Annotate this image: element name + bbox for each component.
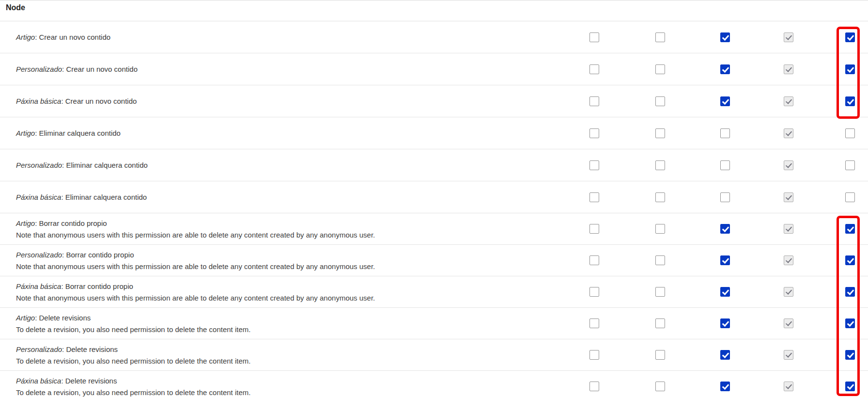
permission-action: : Eliminar calquera contido: [61, 193, 147, 201]
checkbox-role-3[interactable]: [720, 32, 730, 42]
checkbox-role-3[interactable]: [720, 350, 730, 360]
checkbox-role-1[interactable]: [589, 287, 599, 297]
checkbox-role-2[interactable]: [655, 64, 665, 74]
checkbox-role-2[interactable]: [655, 382, 665, 391]
checkbox-role-2[interactable]: [655, 287, 665, 297]
checkbox-role-5[interactable]: [845, 192, 855, 202]
permission-label: Personalizado: Eliminar calquera contido: [0, 159, 553, 171]
checkbox-role-3[interactable]: [720, 255, 730, 265]
checkbox-role-4-disabled: [784, 350, 793, 360]
checkbox-role-4-disabled: [784, 224, 793, 234]
permission-action: : Crear un novo contido: [61, 97, 137, 105]
permission-label: Personalizado: Crear un novo contido: [0, 64, 553, 75]
checkbox-role-5[interactable]: [845, 287, 855, 297]
permission-action: : Eliminar calquera contido: [35, 129, 121, 137]
permission-description: Note that anonymous users with this perm…: [16, 261, 553, 272]
checkbox-role-5[interactable]: [845, 96, 855, 106]
content-type-name: Artigo: [16, 129, 35, 137]
permission-label: Páxina básica: Crear un novo contido: [0, 96, 553, 107]
permission-row: Artigo: Borrar contido propio Note that …: [0, 213, 868, 245]
checkbox-role-5[interactable]: [845, 255, 855, 265]
permission-action: : Crear un novo contido: [62, 65, 138, 73]
content-type-name: Personalizado: [16, 161, 62, 169]
checkbox-role-5[interactable]: [845, 64, 855, 74]
checkbox-role-4-disabled: [784, 32, 793, 42]
permission-row: Páxina básica: Delete revisions To delet…: [0, 371, 868, 398]
permission-label: Artigo: Delete revisions To delete a rev…: [0, 312, 553, 335]
permission-row: Páxina básica: Eliminar calquera contido: [0, 181, 868, 213]
checkbox-role-4-disabled: [784, 382, 793, 391]
checkbox-role-2[interactable]: [655, 318, 665, 328]
permission-action: : Crear un novo contido: [35, 33, 110, 41]
checkbox-role-1[interactable]: [589, 96, 599, 106]
permission-description: Note that anonymous users with this perm…: [16, 292, 553, 304]
permission-label: Artigo: Borrar contido propio Note that …: [0, 218, 553, 241]
content-type-name: Personalizado: [16, 65, 62, 73]
checkbox-role-3[interactable]: [720, 64, 730, 74]
checkbox-role-4-disabled: [784, 255, 793, 265]
permission-label: Artigo: Crear un novo contido: [0, 32, 553, 43]
checkbox-role-3[interactable]: [720, 287, 730, 297]
checkbox-role-1[interactable]: [589, 350, 599, 360]
checkbox-role-4-disabled: [784, 160, 793, 170]
permission-row: Artigo: Crear un novo contido: [0, 21, 868, 53]
permission-row: Páxina básica: Borrar contido propio Not…: [0, 276, 868, 308]
checkbox-role-5[interactable]: [845, 32, 855, 42]
checkbox-role-3[interactable]: [720, 128, 730, 138]
checkbox-role-5[interactable]: [845, 160, 855, 170]
checkbox-role-1[interactable]: [589, 255, 599, 265]
checkbox-role-2[interactable]: [655, 192, 665, 202]
permission-description: To delete a revision, you also need perm…: [16, 324, 553, 335]
checkbox-role-3[interactable]: [720, 192, 730, 202]
checkbox-role-3[interactable]: [720, 382, 730, 391]
checkbox-role-5[interactable]: [845, 224, 855, 234]
checkbox-role-4-disabled: [784, 192, 793, 202]
checkbox-role-3[interactable]: [720, 224, 730, 234]
permission-action: : Borrar contido propio: [35, 219, 107, 227]
permissions-table: Node Artigo: Crear un novo contido Perso…: [0, 0, 868, 398]
checkbox-role-5[interactable]: [845, 128, 855, 138]
permission-action: : Borrar contido propio: [62, 251, 134, 259]
permission-action: : Delete revisions: [35, 314, 91, 322]
checkbox-role-2[interactable]: [655, 128, 665, 138]
checkbox-role-1[interactable]: [589, 160, 599, 170]
content-type-name: Páxina básica: [16, 193, 61, 201]
checkbox-role-2[interactable]: [655, 255, 665, 265]
checkbox-role-2[interactable]: [655, 32, 665, 42]
permission-row: Artigo: Eliminar calquera contido: [0, 117, 868, 149]
checkbox-role-5[interactable]: [845, 350, 855, 360]
content-type-name: Personalizado: [16, 345, 62, 353]
checkbox-role-2[interactable]: [655, 350, 665, 360]
checkbox-role-5[interactable]: [845, 382, 855, 391]
permission-description: To delete a revision, you also need perm…: [16, 355, 553, 367]
permission-label: Páxina básica: Delete revisions To delet…: [0, 375, 553, 398]
checkbox-role-4-disabled: [784, 287, 793, 297]
content-type-name: Páxina básica: [16, 97, 61, 105]
permission-row: Personalizado: Crear un novo contido: [0, 53, 868, 85]
checkbox-role-1[interactable]: [589, 224, 599, 234]
checkbox-role-2[interactable]: [655, 160, 665, 170]
permission-action: : Delete revisions: [61, 377, 117, 385]
checkbox-role-1[interactable]: [589, 64, 599, 74]
checkbox-role-1[interactable]: [589, 192, 599, 202]
checkbox-role-1[interactable]: [589, 32, 599, 42]
content-type-name: Páxina básica: [16, 282, 61, 290]
checkbox-role-5[interactable]: [845, 318, 855, 328]
checkbox-role-2[interactable]: [655, 96, 665, 106]
checkbox-role-4-disabled: [784, 96, 793, 106]
content-type-name: Artigo: [16, 33, 35, 41]
content-type-name: Páxina básica: [16, 377, 61, 385]
checkbox-role-1[interactable]: [589, 382, 599, 391]
permission-label: Artigo: Eliminar calquera contido: [0, 127, 553, 139]
checkbox-role-2[interactable]: [655, 224, 665, 234]
checkbox-role-3[interactable]: [720, 160, 730, 170]
content-type-name: Artigo: [16, 219, 35, 227]
module-group-header: Node: [0, 0, 868, 21]
checkbox-role-3[interactable]: [720, 318, 730, 328]
permission-action: : Eliminar calquera contido: [62, 161, 148, 169]
permission-label: Personalizado: Borrar contido propio Not…: [0, 249, 553, 272]
checkbox-role-3[interactable]: [720, 96, 730, 106]
checkbox-role-1[interactable]: [589, 318, 599, 328]
checkbox-role-1[interactable]: [589, 128, 599, 138]
checkbox-role-4-disabled: [784, 128, 793, 138]
